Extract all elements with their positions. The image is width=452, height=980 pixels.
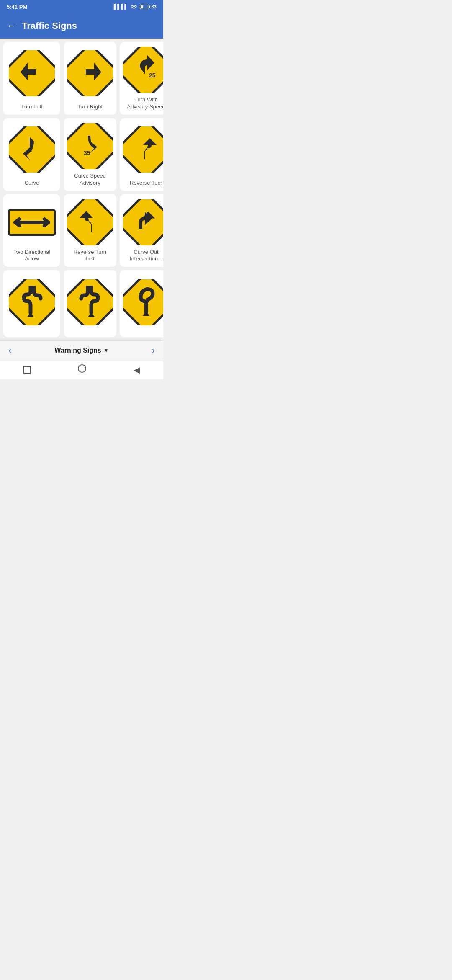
svg-rect-5 — [67, 123, 113, 169]
svg-rect-11 — [123, 199, 163, 245]
signal-icon: ▌▌▌▌ — [114, 4, 128, 10]
sign-image-curve-speed-advisory: 35 — [67, 123, 113, 169]
sign-label-curve: Curve — [23, 180, 41, 187]
dropdown-icon: ▼ — [104, 348, 109, 353]
sign-card-reverse-turn-left[interactable]: Reverse Turn Left — [64, 194, 116, 267]
sign-card-curve-out-intersection[interactable]: Curve Out Intersection... — [120, 194, 163, 267]
svg-rect-7 — [123, 126, 163, 173]
category-selector[interactable]: Warning Signs ▼ — [54, 347, 108, 354]
status-icons: ▌▌▌▌ 33 — [114, 4, 157, 10]
sign-label-reverse-turn: Reverse Turn — [128, 180, 163, 187]
home-button[interactable] — [77, 364, 87, 375]
sign-card-turn-left[interactable]: Turn Left — [3, 42, 60, 115]
recent-apps-button[interactable] — [23, 366, 31, 374]
sign-card-turn-right[interactable]: Turn Right — [64, 42, 116, 115]
wifi-icon — [131, 4, 137, 9]
page-title: Traffic Signs — [22, 21, 77, 31]
sign-card-curve-speed-advisory[interactable]: 35 Curve Speed Advisory — [64, 118, 116, 191]
sign-image-two-directional-arrow — [7, 199, 57, 245]
sign-image-reverse-turn — [123, 123, 163, 176]
back-button[interactable]: ← — [7, 21, 16, 31]
prev-category-button[interactable]: ‹ — [8, 345, 11, 356]
sign-label-turn-left: Turn Left — [19, 103, 44, 111]
sign-image-curve-out-intersection — [123, 199, 163, 245]
status-time: 5:41 PM — [7, 4, 27, 10]
sign-card-two-directional-arrow[interactable]: Two Directional Arrow — [3, 194, 60, 267]
sign-image-winding3 — [123, 275, 163, 330]
sign-card-winding2[interactable] — [64, 270, 116, 337]
sign-label-reverse-turn-left: Reverse Turn Left — [67, 249, 113, 263]
sign-card-turn-advisory-speed[interactable]: 25 Turn With Advisory Speed — [120, 42, 163, 115]
back-system-button[interactable]: ◀ — [134, 365, 140, 375]
sign-image-turn-advisory-speed: 25 — [123, 47, 163, 93]
sign-card-winding1[interactable] — [3, 270, 60, 337]
sign-card-winding3[interactable] — [120, 270, 163, 337]
app-header: ← Traffic Signs — [0, 13, 163, 39]
sign-card-curve[interactable]: Curve — [3, 118, 60, 191]
sign-label-curve-speed-advisory: Curve Speed Advisory — [67, 173, 113, 187]
battery-level: 33 — [152, 4, 157, 9]
svg-point-18 — [78, 365, 86, 372]
next-category-button[interactable]: › — [152, 345, 155, 356]
system-nav-bar: ◀ — [0, 360, 163, 379]
signs-grid: Turn Left Turn Right 25 Turn With Adviso… — [0, 39, 163, 340]
sign-card-reverse-turn[interactable]: Reverse Turn — [120, 118, 163, 191]
sign-image-reverse-turn-left — [67, 199, 113, 245]
sign-image-winding2 — [67, 275, 113, 330]
svg-text:35: 35 — [84, 150, 90, 156]
svg-text:25: 25 — [149, 72, 156, 79]
status-bar: 5:41 PM ▌▌▌▌ 33 — [0, 0, 163, 13]
sign-image-turn-left — [7, 47, 57, 100]
sign-image-winding1 — [7, 275, 57, 330]
sign-image-curve — [7, 123, 57, 176]
sign-label-two-directional-arrow: Two Directional Arrow — [7, 249, 57, 263]
bottom-navigation: ‹ Warning Signs ▼ › — [0, 340, 163, 360]
sign-label-curve-out-intersection: Curve Out Intersection... — [123, 249, 163, 263]
sign-image-turn-right — [67, 47, 113, 100]
category-label: Warning Signs — [54, 347, 101, 354]
battery-icon — [140, 5, 149, 9]
sign-label-turn-right: Turn Right — [76, 103, 104, 111]
sign-label-turn-advisory-speed: Turn With Advisory Speed — [123, 96, 163, 111]
